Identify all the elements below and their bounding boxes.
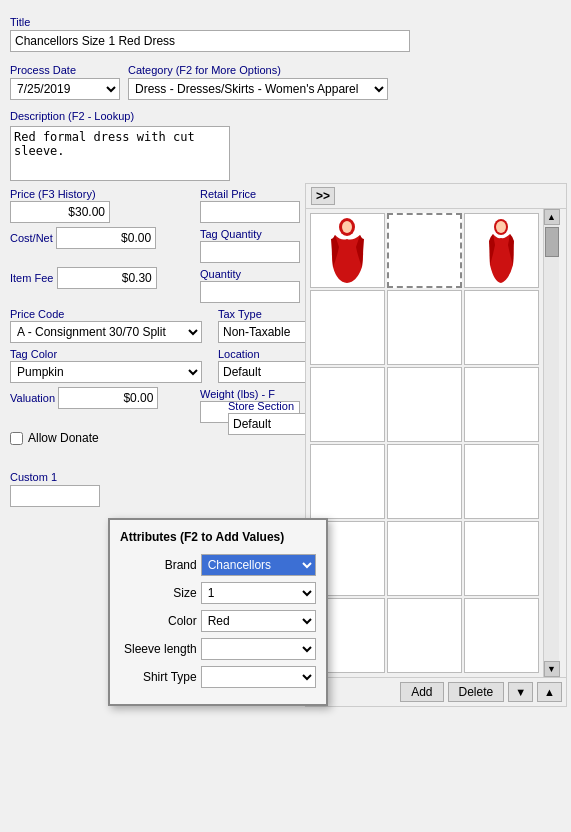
svg-point-1 — [342, 221, 352, 233]
tax-type-label: Tax Type — [218, 308, 262, 320]
scroll-thumb[interactable] — [545, 227, 559, 257]
move-up-button[interactable]: ▲ — [537, 682, 562, 702]
image-grid — [306, 209, 543, 677]
valuation-input[interactable] — [58, 387, 158, 409]
category-select[interactable]: Dress - Dresses/Skirts - Women's Apparel — [128, 78, 388, 100]
image-cell-7[interactable] — [310, 367, 385, 442]
quantity-input[interactable] — [200, 281, 300, 303]
title-input[interactable] — [10, 30, 410, 52]
delete-button[interactable]: Delete — [448, 682, 505, 702]
image-cell-12[interactable] — [464, 444, 539, 519]
add-button[interactable]: Add — [400, 682, 443, 702]
description-textarea[interactable]: Red formal dress with cut sleeve. — [10, 126, 230, 181]
quantity-label: Quantity — [200, 268, 241, 280]
store-section-label: Store Section — [228, 400, 294, 412]
sleeve-label: Sleeve length — [120, 642, 197, 656]
color-label: Color — [120, 614, 197, 628]
description-label: Description (F2 - Lookup) — [10, 110, 300, 122]
svg-point-3 — [496, 221, 506, 233]
allow-donate-checkbox[interactable] — [10, 432, 23, 445]
price-code-select[interactable]: A - Consignment 30/70 Split — [10, 321, 202, 343]
image-cell-3[interactable] — [464, 213, 539, 288]
attributes-title: Attributes (F2 to Add Values) — [120, 530, 316, 544]
tag-quantity-label: Tag Quantity — [200, 228, 262, 240]
forward-button[interactable]: >> — [311, 187, 335, 205]
image-cell-15[interactable] — [464, 521, 539, 596]
tag-quantity-input[interactable] — [200, 241, 300, 263]
tag-color-select[interactable]: Pumpkin — [10, 361, 202, 383]
brand-label: Brand — [120, 558, 197, 572]
custom1-label: Custom 1 — [10, 471, 300, 483]
item-fee-input[interactable] — [57, 267, 157, 289]
process-date-select[interactable]: 7/25/2019 — [10, 78, 120, 100]
image-cell-18[interactable] — [464, 598, 539, 673]
move-down-button[interactable]: ▼ — [508, 682, 533, 702]
color-row: Color Red — [120, 610, 316, 632]
image-cell-2-selected[interactable] — [387, 213, 462, 288]
tag-color-label: Tag Color — [10, 348, 57, 360]
image-cell-10[interactable] — [310, 444, 385, 519]
image-cell-1[interactable] — [310, 213, 385, 288]
scroll-up-button[interactable]: ▲ — [544, 209, 560, 225]
shirt-type-label: Shirt Type — [120, 670, 197, 684]
allow-donate-label: Allow Donate — [28, 431, 99, 445]
title-label: Title — [10, 16, 300, 28]
brand-row: Brand Chancellors — [120, 554, 316, 576]
size-select[interactable]: 1 — [201, 582, 316, 604]
valuation-label: Valuation — [10, 392, 55, 404]
size-label: Size — [120, 586, 197, 600]
image-cell-14[interactable] — [387, 521, 462, 596]
retail-price-input[interactable] — [200, 201, 300, 223]
sleeve-select[interactable] — [201, 638, 316, 660]
item-fee-label: Item Fee — [10, 272, 53, 284]
image-cell-8[interactable] — [387, 367, 462, 442]
price-label: Price (F3 History) — [10, 188, 96, 200]
retail-price-label: Retail Price — [200, 188, 256, 200]
image-panel: >> — [305, 183, 567, 707]
image-cell-5[interactable] — [387, 290, 462, 365]
brand-select[interactable]: Chancellors — [201, 554, 316, 576]
image-cell-6[interactable] — [464, 290, 539, 365]
main-form: Title Process Date 7/25/2019 Category (F… — [0, 0, 310, 517]
cost-net-label: Cost/Net — [10, 232, 53, 244]
size-row: Size 1 — [120, 582, 316, 604]
shirt-type-select[interactable] — [201, 666, 316, 688]
price-input[interactable] — [10, 201, 110, 223]
process-date-label: Process Date — [10, 64, 120, 76]
color-select[interactable]: Red — [201, 610, 316, 632]
location-label: Location — [218, 348, 260, 360]
category-label: Category (F2 for More Options) — [128, 64, 388, 76]
panel-scrollbar: ▲ ▼ — [543, 209, 559, 677]
attributes-popup: Attributes (F2 to Add Values) Brand Chan… — [108, 518, 328, 706]
image-cell-9[interactable] — [464, 367, 539, 442]
image-cell-11[interactable] — [387, 444, 462, 519]
image-cell-4[interactable] — [310, 290, 385, 365]
scroll-down-button[interactable]: ▼ — [544, 661, 560, 677]
custom1-input[interactable] — [10, 485, 100, 507]
image-cell-17[interactable] — [387, 598, 462, 673]
shirt-type-row: Shirt Type — [120, 666, 316, 688]
cost-net-input[interactable] — [56, 227, 156, 249]
price-code-label: Price Code — [10, 308, 64, 320]
sleeve-row: Sleeve length — [120, 638, 316, 660]
